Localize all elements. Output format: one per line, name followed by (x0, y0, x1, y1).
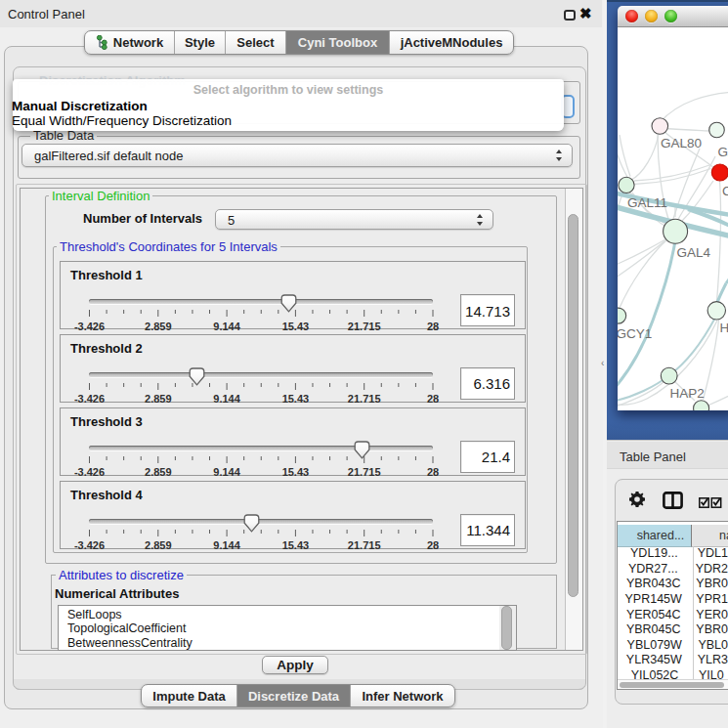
svg-text:CD: CD (722, 184, 728, 198)
svg-text:GCY1: GCY1 (618, 326, 652, 341)
svg-text:GA: GA (718, 145, 728, 159)
svg-text:GAL80: GAL80 (661, 136, 702, 150)
svg-text:HIS: HIS (720, 321, 728, 335)
svg-text:GAL4: GAL4 (677, 245, 711, 260)
svg-text:HAP2: HAP2 (670, 386, 705, 401)
svg-text:GAL11: GAL11 (627, 195, 667, 210)
